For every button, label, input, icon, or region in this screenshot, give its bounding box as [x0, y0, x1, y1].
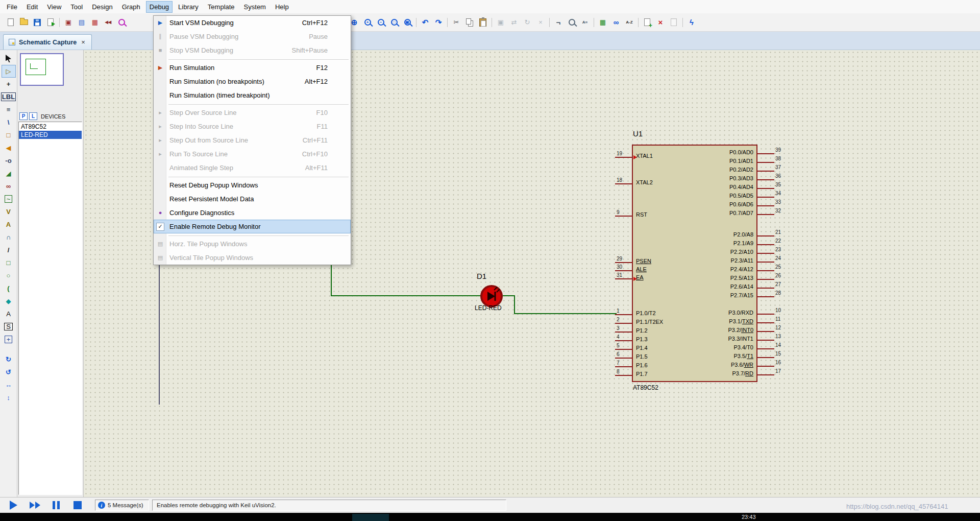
- 2d-circle-mode-icon[interactable]: ○: [2, 269, 16, 282]
- chip-pin[interactable]: 13 P3.3/INT1: [633, 334, 756, 342]
- menu-file[interactable]: File: [3, 1, 21, 13]
- overview-minimap[interactable]: [20, 53, 64, 86]
- tape-recorder-mode-icon[interactable]: ∞: [2, 180, 16, 193]
- wire-vertical-bend[interactable]: [514, 295, 515, 314]
- 2d-box-mode-icon[interactable]: □: [2, 256, 16, 269]
- zoom-tool-icon[interactable]: [115, 16, 128, 29]
- cut-icon[interactable]: ✂: [450, 16, 463, 29]
- menu-library[interactable]: Library: [175, 1, 202, 13]
- new-file-icon[interactable]: [4, 16, 17, 29]
- rotate-clockwise-icon[interactable]: ↻: [2, 353, 16, 366]
- design-grid-icon[interactable]: ▦: [596, 16, 609, 29]
- menu-item-step-out-from-source-line[interactable]: ▸ Step Out from Source Line Ctrl+F11: [154, 133, 351, 147]
- menu-design[interactable]: Design: [88, 1, 116, 13]
- chip-pin[interactable]: 38 P0.1/AD1: [633, 156, 756, 164]
- chip-pin[interactable]: 24 P2.3/A11: [633, 255, 756, 264]
- menu-item-run-simulation[interactable]: ▶ Run Simulation F12: [154, 61, 351, 75]
- device-list-item[interactable]: LED-RED: [19, 131, 82, 139]
- wire-bend-to-chip[interactable]: [514, 313, 617, 314]
- wire-led-to-bend[interactable]: [503, 295, 515, 296]
- junction-dot-mode-icon[interactable]: +: [2, 78, 16, 90]
- property-assignment-icon[interactable]: A=: [578, 16, 592, 29]
- tile-windows-icon[interactable]: ▤: [75, 16, 88, 29]
- pick-devices-button[interactable]: P: [19, 112, 28, 120]
- chip-pin[interactable]: 22 P2.1/A9: [633, 238, 756, 247]
- new-sheet-icon[interactable]: [641, 16, 654, 29]
- 2d-path-mode-icon[interactable]: ◆: [2, 295, 16, 307]
- undo-icon[interactable]: ↶: [419, 16, 432, 29]
- stop-simulation-button[interactable]: [68, 499, 87, 512]
- menu-view[interactable]: View: [43, 1, 65, 13]
- step-simulation-button[interactable]: [26, 499, 44, 512]
- menu-item-stop-vsm-debugging[interactable]: ■ Stop VSM Debugging Shift+Pause: [154, 43, 351, 57]
- pause-simulation-button[interactable]: [47, 499, 65, 512]
- chip-pin[interactable]: 21 P2.0/A8: [633, 229, 756, 238]
- virtual-instruments-mode-icon[interactable]: ∩: [2, 231, 16, 244]
- 2d-symbol-mode-icon[interactable]: S: [2, 320, 16, 333]
- search-tag-icon[interactable]: [565, 16, 578, 29]
- menu-item-enable-remote-debug-monitor[interactable]: ✓ Enable Remote Debug Monitor: [154, 220, 351, 233]
- menu-debug[interactable]: Debug: [146, 1, 173, 13]
- chip-pin[interactable]: 39 P0.0/AD0: [633, 147, 756, 156]
- block-delete-icon[interactable]: ×: [534, 16, 547, 29]
- chip-pin[interactable]: 34 P0.5/AD5: [633, 191, 756, 199]
- goto-sheet-icon[interactable]: [667, 16, 680, 29]
- chip-pin[interactable]: 12 P3.2/INT0: [633, 325, 756, 334]
- zoom-out-icon[interactable]: −: [374, 16, 387, 29]
- chip-pin[interactable]: 33 P0.6/AD6: [633, 199, 756, 208]
- save-file-icon[interactable]: [31, 16, 44, 29]
- menu-item-run-to-source-line[interactable]: ▸ Run To Source Line Ctrl+F10: [154, 147, 351, 161]
- menu-item-reset-persistent-model-data[interactable]: Reset Persistent Model Data: [154, 192, 351, 206]
- tab-schematic-capture[interactable]: Schematic Capture ×: [3, 34, 92, 50]
- menu-item-vertical-tile-popup-windows[interactable]: ▤ Vertical Tile Popup Windows: [154, 251, 351, 265]
- sort-az-icon[interactable]: A-Z: [623, 16, 636, 29]
- generator-mode-icon[interactable]: ~: [2, 193, 16, 205]
- y-mirror-icon[interactable]: ↕: [2, 391, 16, 404]
- menu-item-reset-debug-popup-windows[interactable]: Reset Debug Popup Windows: [154, 178, 351, 192]
- selection-mode-icon[interactable]: [2, 52, 16, 65]
- block-rotate-icon[interactable]: ↻: [521, 16, 534, 29]
- device-pin-mode-icon[interactable]: -o: [2, 154, 16, 167]
- chip-pin[interactable]: 23 P2.2/A10: [633, 247, 756, 255]
- redo-icon[interactable]: ↷: [432, 16, 445, 29]
- component-mode-icon[interactable]: ▷: [2, 65, 16, 78]
- electrical-check-icon[interactable]: ϟ: [685, 16, 698, 29]
- menu-tool[interactable]: Tool: [67, 1, 86, 13]
- chip-pin[interactable]: 15 P3.5/T1: [633, 351, 756, 360]
- device-list-item[interactable]: AT89C52: [19, 123, 82, 131]
- tab-close-icon[interactable]: ×: [80, 38, 86, 46]
- remove-sheet-icon[interactable]: ×: [654, 16, 667, 29]
- grid-toggle-icon[interactable]: ▦: [88, 16, 102, 29]
- menu-item-horz-tile-popup-windows[interactable]: ▤ Horz. Tile Popup Windows: [154, 237, 351, 251]
- paste-icon[interactable]: [476, 16, 489, 29]
- chip-pin[interactable]: 25 P2.4/A12: [633, 264, 756, 273]
- chip-pin[interactable]: 11 P3.1/TXD: [633, 316, 756, 325]
- chip-pin[interactable]: 17 P3.7/RD: [633, 368, 756, 377]
- buses-mode-icon[interactable]: \: [2, 116, 16, 129]
- wire-label-mode-icon[interactable]: LBL: [2, 90, 16, 103]
- chip-pin[interactable]: 35 P0.4/AD4: [633, 182, 756, 191]
- menu-item-configure-diagnostics[interactable]: ● Configure Diagnostics: [154, 206, 351, 220]
- chip-pin[interactable]: 37 P0.2/AD2: [633, 164, 756, 173]
- wire-horizontal-to-led[interactable]: [331, 295, 481, 296]
- 2d-arc-mode-icon[interactable]: (: [2, 282, 16, 295]
- block-copy-icon[interactable]: ▣: [494, 16, 507, 29]
- run-simulation-button[interactable]: [4, 499, 22, 512]
- menu-item-pause-vsm-debugging[interactable]: ∥ Pause VSM Debugging Pause: [154, 30, 351, 43]
- import-file-icon[interactable]: [44, 16, 57, 29]
- voltage-probe-mode-icon[interactable]: V: [2, 205, 16, 218]
- menu-item-start-vsm-debugging[interactable]: ▶ Start VSM Debugging Ctrl+F12: [154, 16, 351, 30]
- terminal-mode-icon[interactable]: ◀: [2, 141, 16, 154]
- open-file-icon[interactable]: [17, 16, 31, 29]
- wire-autorouter-icon[interactable]: ¬: [552, 16, 565, 29]
- 2d-marker-mode-icon[interactable]: +: [2, 333, 16, 346]
- chip-pin[interactable]: 36 P0.3/AD3: [633, 173, 756, 182]
- chip-component[interactable]: 19 XTAL1 18 XTAL2 9 RST 29 PSEN 30 ALE 3…: [632, 145, 757, 382]
- menu-item-run-simulation-timed-breakpoint[interactable]: Run Simulation (timed breakpoint): [154, 88, 351, 102]
- menu-item-step-over-source-line[interactable]: ▸ Step Over Source Line F10: [154, 106, 351, 120]
- rotate-anticlockwise-icon[interactable]: ↺: [2, 366, 16, 378]
- 2d-text-mode-icon[interactable]: A: [2, 307, 16, 320]
- subcircuit-mode-icon[interactable]: □: [2, 129, 16, 141]
- zoom-all-icon[interactable]: ▣: [401, 16, 414, 29]
- chip-pin[interactable]: 32 P0.7/AD7: [633, 208, 756, 217]
